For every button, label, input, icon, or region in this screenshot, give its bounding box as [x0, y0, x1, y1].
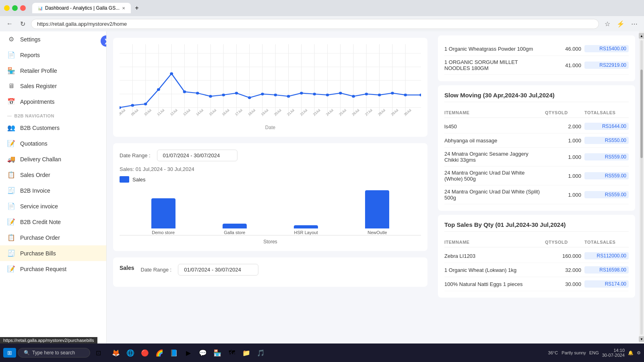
table-row: ls450 2.000 RS1644.00 — [444, 119, 629, 134]
window-controls[interactable] — [4, 5, 26, 11]
date-range-row-1: Date Range : 01/07/2024 - 30/07/2024 — [120, 150, 421, 161]
extensions-button[interactable]: ⚡ — [615, 19, 626, 29]
close-button[interactable] — [20, 5, 26, 11]
notification-icon[interactable]: 🔔 — [628, 350, 634, 356]
table-row: 1 Organic Wheatgrass Powder 100gm 46.000… — [444, 42, 629, 56]
svg-point-36 — [235, 92, 238, 95]
bar-label-hsr: HSR Layout — [294, 230, 318, 235]
taskbar-app-maps[interactable]: 🗺 — [225, 346, 238, 359]
scroll-down-button[interactable]: ▼ — [639, 336, 644, 342]
bar-group-demo: Demo store — [151, 198, 175, 235]
svg-text:13Jul: 13Jul — [182, 108, 191, 116]
svg-point-41 — [300, 92, 303, 95]
new-tab-button[interactable]: + — [132, 3, 142, 13]
svg-point-39 — [274, 94, 277, 97]
scrollbar[interactable]: ▲ ▼ — [639, 31, 644, 343]
scroll-up-button[interactable]: ▲ — [639, 33, 644, 39]
taskbar-app-firefox[interactable]: 🌐 — [124, 346, 137, 359]
appointments-icon: 📅 — [7, 98, 15, 105]
language-indicator: ENG — [589, 350, 599, 355]
prev-items-section: 1 Organic Wheatgrass Powder 100gm 46.000… — [438, 35, 635, 81]
col-header-name: ITEMNAME — [444, 240, 542, 245]
maximize-button[interactable] — [12, 5, 18, 11]
svg-point-38 — [261, 93, 264, 95]
active-tab[interactable]: 📊 Dashboard - Analytics | Galla GS... ✕ — [32, 3, 131, 13]
item-qty: 46.000 — [545, 46, 581, 52]
slow-moving-header: ITEMNAME QTYSOLD TOTALSALES — [444, 108, 629, 118]
tab-close-button[interactable]: ✕ — [122, 6, 125, 10]
table-row: 100% Natural Natti Eggs 1 pieces 30.000 … — [444, 277, 629, 291]
sidebar-item-purchase-request[interactable]: 📝 Purchase Request — [0, 261, 106, 277]
x-axis-label: Date — [120, 125, 421, 130]
svg-text:21Jul: 21Jul — [286, 108, 295, 116]
search-icon: 🔍 — [24, 350, 30, 356]
settings-taskbar-icon[interactable]: ⚙ — [637, 350, 641, 356]
sidebar-item-label: Purchase Bills — [20, 250, 56, 257]
sidebar-item-purchase-order[interactable]: 📋 Purchase Order — [0, 230, 106, 245]
item-qty: 30.000 — [545, 281, 581, 287]
item-total: RS112000.00 — [584, 252, 629, 259]
minimize-button[interactable] — [4, 5, 10, 11]
taskbar-app-chrome[interactable]: 🌈 — [153, 346, 166, 359]
address-bar[interactable] — [31, 19, 599, 29]
taskbar-icon-task-view[interactable]: ⊡ — [92, 346, 105, 359]
taskbar-app-edge[interactable]: 🦊 — [109, 346, 122, 359]
scroll-thumb[interactable] — [640, 70, 643, 158]
scroll-track[interactable] — [640, 40, 643, 335]
bar-galla-store — [223, 224, 247, 228]
sidebar-item-retailer-profile[interactable]: 🏪 Retailer Profile — [0, 63, 106, 78]
svg-text:14Jul: 14Jul — [195, 108, 204, 116]
bar-label-demo: Demo store — [152, 230, 175, 235]
table-row: 24 Mantra Organic Urad Dal White (Whole)… — [444, 167, 629, 185]
sidebar-item-b2b-credit-note[interactable]: 📝 B2B Credit Note — [0, 214, 106, 230]
slow-moving-title: Slow Moving (30 Apr,2024-30 Jul,2024) — [444, 92, 629, 102]
sidebar-item-sales-order[interactable]: 📋 Sales Order — [0, 167, 106, 183]
date-range-input-1[interactable]: 01/07/2024 - 30/07/2024 — [157, 150, 237, 161]
reports-icon: 📄 — [7, 51, 15, 59]
tab-favicon: 📊 — [38, 6, 43, 10]
sidebar-item-quotations[interactable]: 📝 Quotations — [0, 136, 106, 151]
sidebar-item-appointments[interactable]: 📅 Appointments — [0, 94, 106, 109]
bar-demo-store — [151, 198, 175, 228]
date-range-row-2: Sales Date Range : 01/07/2024 - 30/07/20… — [120, 264, 421, 276]
svg-point-32 — [183, 90, 186, 93]
sidebar-item-service-invoice[interactable]: 📄 Service invoice — [0, 198, 106, 214]
sidebar-item-settings[interactable]: ⚙ Settings — [0, 31, 106, 47]
item-name: 24 Mnatra Organic Sesame Jaggery Chikki … — [444, 151, 542, 163]
sidebar-item-sales-register[interactable]: 🖥 Sales Register — [0, 78, 106, 94]
taskbar-app-music[interactable]: 🎵 — [254, 346, 267, 359]
item-qty: 2.000 — [545, 123, 581, 130]
sidebar-item-reports[interactable]: 📄 Reports — [0, 47, 106, 63]
svg-point-37 — [248, 96, 251, 99]
bar-label-galla: Galla store — [224, 230, 245, 235]
sidebar: ❯ ⚙ Settings 📄 Reports 🏪 Retailer Profil… — [0, 31, 107, 343]
item-name: ls450 — [444, 123, 542, 130]
back-button[interactable]: ← — [5, 19, 14, 29]
date-range-input-2[interactable]: 01/07/2024 - 30/07/2024 — [178, 264, 258, 276]
reload-button[interactable]: ↻ — [19, 19, 27, 29]
col-header-total: TOTALSALES — [584, 240, 629, 245]
svg-point-42 — [313, 93, 316, 95]
sidebar-item-b2b-customers[interactable]: 👥 B2B Customers — [0, 120, 106, 136]
table-row: 1 Organic Wheat (Lokwan) 1kg 32.000 RS16… — [444, 263, 629, 277]
svg-text:19Jul: 19Jul — [260, 108, 269, 116]
svg-text:24Jul: 24Jul — [325, 108, 334, 116]
bookmark-button[interactable]: ☆ — [603, 19, 612, 29]
taskbar-app-skype[interactable]: 💬 — [196, 346, 209, 359]
sidebar-item-b2b-invoice[interactable]: 🧾 B2B Invoice — [0, 183, 106, 198]
taskbar-app-edge2[interactable]: 🔴 — [138, 346, 151, 359]
item-qty: 32.000 — [545, 267, 581, 273]
top-sales-qty-title: Top Sales By Qty (01 Jul,2024-30 Jul,202… — [444, 221, 629, 232]
svg-point-49 — [404, 94, 407, 97]
table-row: 24 Mantra Organic Urad Dal White (Split)… — [444, 185, 629, 204]
svg-point-34 — [209, 95, 212, 98]
taskbar-search-box[interactable]: 🔍 Type here to search — [18, 348, 90, 358]
taskbar-app-store[interactable]: 🏪 — [211, 346, 224, 359]
menu-button[interactable]: ⋯ — [630, 19, 639, 29]
taskbar-app-files[interactable]: 📁 — [240, 346, 253, 359]
taskbar-app-youtube[interactable]: ▶ — [182, 346, 195, 359]
taskbar-app-facebook[interactable]: 📘 — [167, 346, 180, 359]
start-button[interactable]: ⊞ — [3, 348, 16, 358]
sidebar-item-delivery-challan[interactable]: 🚚 Delivery Challan — [0, 151, 106, 167]
sidebar-item-purchase-bills[interactable]: 🧾 Purchase Bills — [0, 245, 106, 261]
